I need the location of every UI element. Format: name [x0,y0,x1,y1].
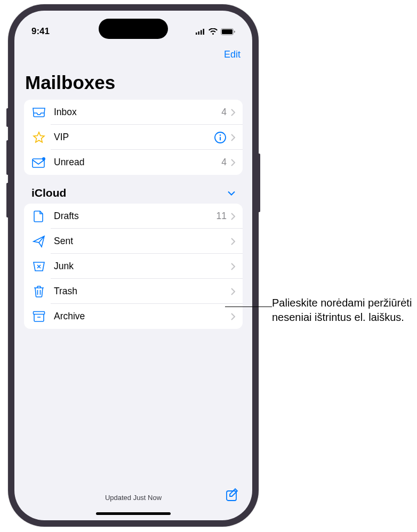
nav-bar: Edit [212,43,252,67]
svg-rect-4 [220,136,221,140]
archive-icon [31,309,46,324]
mailbox-archive[interactable]: Archive [24,304,243,329]
mailbox-label: Unread [54,157,221,168]
chevron-down-icon [228,191,235,196]
mailbox-count: 4 [221,107,227,118]
screen: 9:41 Edit Mailboxes Inbox 4 [14,11,252,520]
mailbox-label: Archive [54,311,231,322]
status-icons [195,28,235,35]
info-icon[interactable] [214,131,227,144]
callout-line [225,307,272,307]
cellular-icon [195,28,205,35]
svg-rect-5 [33,159,44,167]
mailbox-junk[interactable]: Junk [24,254,243,279]
unread-icon [31,155,46,170]
sent-icon [31,234,46,249]
chevron-right-icon [231,313,235,320]
trash-icon [31,284,46,299]
mailbox-label: Drafts [54,211,216,222]
chevron-right-icon [231,109,235,116]
mailbox-label: Sent [54,236,231,247]
chevron-right-icon [231,213,235,220]
mailbox-label: Trash [54,286,231,297]
junk-icon [31,259,46,274]
callout-text: Palieskite norėdami peržiūrėti neseniai … [272,296,417,325]
home-indicator[interactable] [96,512,171,515]
mute-switch [6,108,8,127]
mailbox-label: Inbox [54,107,221,118]
volume-down-button [6,183,8,217]
account-name: iCloud [31,187,66,199]
inbox-icon [31,105,46,120]
mailbox-trash[interactable]: Trash [24,279,243,304]
chevron-right-icon [231,288,235,295]
update-status: Updated Just Now [105,494,162,502]
mailbox-label: VIP [54,132,214,143]
account-section-header[interactable]: iCloud [24,175,243,204]
bottom-toolbar: Updated Just Now [14,494,252,502]
svg-rect-7 [34,311,45,314]
smart-mailboxes-group: Inbox 4 VIP [24,100,243,175]
mailbox-inbox[interactable]: Inbox 4 [24,100,243,125]
account-mailboxes-group: Drafts 11 Sent Junk [24,204,243,329]
mailbox-count: 11 [216,211,227,222]
chevron-right-icon [231,263,235,270]
chevron-right-icon [231,159,235,166]
wifi-icon [208,28,218,35]
content-area: Mailboxes Inbox 4 VIP [14,72,252,520]
svg-point-6 [42,157,45,160]
side-button [259,154,260,212]
battery-icon [221,28,235,35]
svg-rect-1 [222,29,232,34]
volume-up-button [6,140,8,175]
svg-point-3 [220,134,221,136]
dynamic-island [99,19,168,39]
edit-button[interactable]: Edit [224,49,240,60]
mailbox-count: 4 [221,157,227,168]
mailbox-drafts[interactable]: Drafts 11 [24,204,243,229]
star-icon [31,130,46,145]
mailbox-unread[interactable]: Unread 4 [24,150,243,175]
drafts-icon [31,209,46,224]
chevron-right-icon [231,134,235,141]
phone-frame: 9:41 Edit Mailboxes Inbox 4 [8,4,259,527]
mailbox-label: Junk [54,261,231,272]
status-time: 9:41 [31,26,50,37]
mailbox-vip[interactable]: VIP [24,125,243,150]
chevron-right-icon [231,238,235,245]
page-title: Mailboxes [24,72,243,93]
compose-button[interactable] [226,488,240,503]
mailbox-sent[interactable]: Sent [24,229,243,254]
